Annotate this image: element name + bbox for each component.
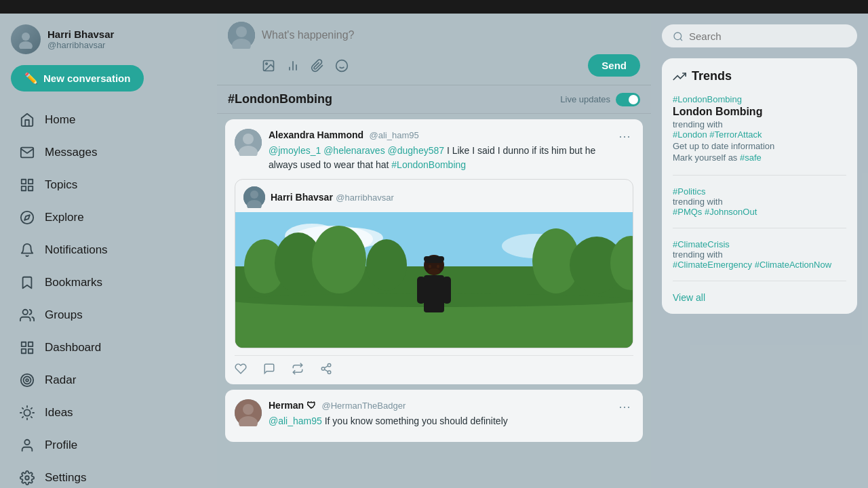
- ideas-icon: [19, 405, 35, 421]
- search-box: [662, 24, 857, 47]
- sidebar-item-groups[interactable]: Groups: [11, 300, 206, 330]
- svg-rect-9: [22, 342, 26, 346]
- live-updates-toggle[interactable]: [616, 93, 640, 106]
- trend1-subtitle: trending with: [673, 119, 846, 129]
- svg-point-0: [22, 33, 30, 41]
- svg-point-76: [674, 33, 682, 40]
- trend2-hashtag: #Politics: [673, 186, 846, 197]
- svg-point-26: [25, 476, 29, 480]
- trends-title-label: Trends: [692, 69, 732, 83]
- emoji-icon[interactable]: [335, 58, 349, 73]
- comment-button[interactable]: [263, 363, 275, 375]
- svg-line-20: [31, 417, 32, 418]
- svg-point-42: [250, 190, 258, 199]
- sidebar-item-profile[interactable]: Profile: [11, 430, 206, 460]
- home-icon: [19, 112, 35, 128]
- compose-input[interactable]: [262, 24, 640, 47]
- quoted-tweet: Harri Bhavsar @harribhavsar: [235, 179, 633, 348]
- trend1-tags: #London #TerrorAttack: [673, 129, 846, 140]
- tweet-card: Alexandra Hammond @ali_ham95 @jmoyles_1 …: [225, 119, 643, 384]
- trend2-subtitle: trending with: [673, 197, 846, 207]
- trend3-tags: #ClimateEmergency #ClimateActionNow: [673, 260, 846, 270]
- search-input[interactable]: [689, 30, 846, 42]
- svg-line-23: [22, 417, 23, 418]
- tweet-user-handle: @ali_ham95: [370, 130, 419, 140]
- tweet-user-name: Alexandra Hammond: [269, 129, 363, 140]
- svg-point-69: [321, 367, 325, 371]
- svg-line-19: [22, 408, 23, 409]
- svg-line-77: [680, 39, 682, 41]
- quoted-user-handle: @harribhavsar: [336, 192, 393, 203]
- tweet-avatar: [235, 129, 262, 156]
- send-button[interactable]: Send: [588, 54, 640, 77]
- messages-label: Messages: [45, 146, 97, 159]
- tweet2-more-button[interactable]: ⋯: [616, 399, 633, 414]
- svg-rect-11: [28, 349, 33, 353]
- quoted-user-name: Harri Bhavsar: [271, 192, 333, 203]
- trend1-desc1: Get up to date information: [673, 141, 846, 151]
- svg-point-25: [24, 440, 29, 445]
- sidebar-item-topics[interactable]: Topics: [11, 170, 206, 200]
- dashboard-icon: [19, 340, 35, 356]
- quoted-image: [235, 212, 633, 348]
- quoted-avatar: [243, 186, 265, 208]
- chart-icon[interactable]: [286, 58, 300, 73]
- trends-icon: [673, 69, 686, 83]
- home-label: Home: [45, 113, 75, 127]
- user-avatar: [11, 24, 41, 54]
- share-button[interactable]: [320, 363, 332, 375]
- tweet2-user-name: Herman 🛡: [269, 400, 316, 411]
- tweet2-avatar: [235, 399, 262, 426]
- sidebar-item-notifications[interactable]: Notifications: [11, 235, 206, 265]
- dashboard-label: Dashboard: [45, 341, 101, 354]
- topics-icon: [19, 177, 35, 193]
- hashtag-bar: #LondonBombing Live updates: [217, 85, 651, 114]
- like-button[interactable]: [235, 363, 247, 375]
- sidebar-item-ideas[interactable]: Ideas: [11, 398, 206, 428]
- sidebar-item-messages[interactable]: Messages: [11, 138, 206, 167]
- trend3-hashtag: #ClimateCrisis: [673, 239, 846, 249]
- svg-point-65: [429, 265, 431, 268]
- feed: Send #LondonBombing Live updates: [217, 14, 651, 488]
- sidebar-item-bookmarks[interactable]: Bookmarks: [11, 268, 206, 298]
- sidebar-item-radar[interactable]: Radar: [11, 365, 206, 395]
- svg-line-72: [324, 366, 328, 368]
- image-icon[interactable]: [262, 58, 275, 73]
- svg-rect-5: [22, 186, 26, 190]
- new-conversation-label: New conversation: [43, 73, 130, 84]
- svg-point-6: [21, 211, 33, 224]
- svg-rect-62: [424, 275, 444, 312]
- svg-point-67: [428, 268, 440, 275]
- svg-point-39: [243, 134, 254, 144]
- svg-point-8: [23, 310, 28, 314]
- svg-rect-10: [28, 342, 33, 346]
- sidebar: Harri Bhavsar @harribhavsar ✏️ New conve…: [0, 14, 217, 488]
- groups-label: Groups: [45, 308, 83, 322]
- svg-point-74: [243, 404, 254, 415]
- retweet-button[interactable]: [292, 363, 304, 375]
- sidebar-item-dashboard[interactable]: Dashboard: [11, 333, 206, 363]
- user-name: Harri Bhavsar: [47, 28, 114, 40]
- tweet-more-button[interactable]: ⋯: [616, 129, 633, 144]
- view-all-button[interactable]: View all: [673, 292, 846, 303]
- pencil-icon: ✏️: [24, 72, 38, 85]
- profile-icon: [19, 437, 35, 453]
- sidebar-item-settings[interactable]: Settings: [11, 463, 206, 488]
- feed-content: Alexandra Hammond @ali_ham95 @jmoyles_1 …: [217, 114, 651, 488]
- user-handle: @harribhavsar: [47, 40, 114, 50]
- trend-item-2: #Politics trending with #PMQs #JohnsonOu…: [673, 186, 846, 228]
- bookmarks-icon: [19, 274, 35, 291]
- trend1-desc2: Mark yourself as #safe: [673, 152, 846, 163]
- settings-label: Settings: [45, 471, 86, 485]
- sidebar-item-home[interactable]: Home: [11, 105, 206, 135]
- svg-rect-63: [417, 277, 425, 304]
- attachment-icon[interactable]: [311, 58, 324, 73]
- svg-point-68: [328, 364, 331, 367]
- svg-point-66: [437, 265, 439, 268]
- sidebar-item-explore[interactable]: Explore: [11, 203, 206, 232]
- compose-avatar: [228, 22, 255, 49]
- new-conversation-button[interactable]: ✏️ New conversation: [11, 65, 144, 92]
- svg-point-35: [336, 60, 348, 72]
- svg-point-70: [328, 371, 331, 374]
- bookmarks-label: Bookmarks: [45, 276, 102, 289]
